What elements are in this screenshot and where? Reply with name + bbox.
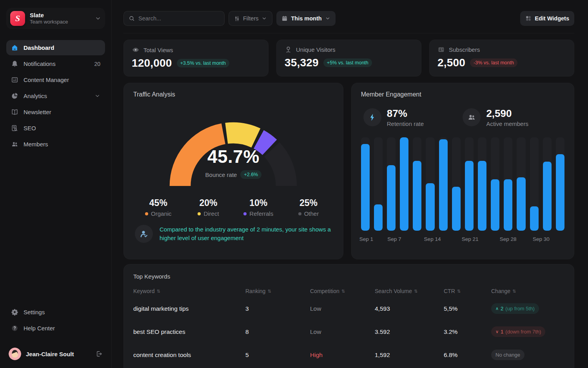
stat-card-header: Total Views xyxy=(132,46,260,54)
stat-card-subscribers: Subscribers2,500-3% vs. last month xyxy=(429,40,574,77)
legend-text: Organic xyxy=(151,210,172,217)
cell-search-volume: 1,592 xyxy=(375,352,444,359)
sidebar-item-label: Content Manager xyxy=(24,77,100,83)
bar xyxy=(530,206,539,231)
edit-widgets-button[interactable]: Edit Widgets xyxy=(520,11,574,26)
retention-label: Retention rate xyxy=(387,120,424,127)
sidebar-item-dashboard[interactable]: Dashboard xyxy=(6,40,105,55)
column-header-change[interactable]: Change⇅ xyxy=(491,288,564,294)
sidebar-item-content-manager[interactable]: Content Manager xyxy=(6,72,105,87)
x-axis-label: Sep 1 xyxy=(359,236,373,242)
sidebar-item-members[interactable]: Members xyxy=(6,137,105,152)
user-row[interactable]: Jean-Claire Soult xyxy=(6,344,105,361)
legend-dot xyxy=(243,212,247,215)
sidebar-item-label: Dashboard xyxy=(24,44,100,51)
retention-stat: 87% Retention rate xyxy=(363,107,463,127)
column-header-label: Ranking xyxy=(245,288,265,294)
column-header-label: Search Volume xyxy=(375,288,412,294)
legend-dot xyxy=(198,212,201,215)
change-badge: ∨1(down from 7th) xyxy=(491,326,545,337)
column-header-label: Keyword xyxy=(133,288,154,294)
filters-button[interactable]: Filters xyxy=(229,11,272,26)
sidebar-item-label: Notifications xyxy=(24,60,89,67)
sidebar-item-analytics[interactable]: Analytics xyxy=(6,88,105,104)
sort-icon: ⇅ xyxy=(156,289,160,293)
column-header-ctr[interactable]: CTR⇅ xyxy=(444,288,491,294)
cell-keyword: digital marketing tips xyxy=(133,305,245,312)
stat-card-body: 35,329+5% vs. last month xyxy=(285,56,413,69)
legend-dot xyxy=(145,212,148,215)
table-row: digital marketing tips3Low4,5935,5%∧2(up… xyxy=(133,297,564,320)
keywords-table-body: digital marketing tips3Low4,5935,5%∧2(up… xyxy=(133,297,564,366)
bar xyxy=(556,154,564,231)
keywords-title: Top Keywords xyxy=(133,273,564,280)
stat-card-header: Subscribers xyxy=(437,46,566,53)
cards-row: Traffic Analysis 45.7% Bounce rate +2.6%… xyxy=(123,83,574,259)
stat-delta-badge: -3% vs. last month xyxy=(470,58,517,67)
search-box[interactable] xyxy=(123,11,225,26)
column-header-competition[interactable]: Competition⇅ xyxy=(310,288,375,294)
chevron-down-icon xyxy=(325,16,330,21)
eye-sparkle-icon xyxy=(132,46,140,54)
stat-value: 2,500 xyxy=(437,56,465,69)
sidebar-item-settings[interactable]: Settings xyxy=(6,304,105,320)
legend-label: Referrals xyxy=(243,210,273,217)
sidebar-item-seo[interactable]: SEO xyxy=(6,120,105,136)
stat-label: Unique Visitors xyxy=(296,46,336,53)
x-axis-label: Sep 30 xyxy=(533,236,550,242)
cell-competition: Low xyxy=(310,305,375,312)
edit-widgets-label: Edit Widgets xyxy=(535,15,569,22)
traffic-legend: 45%Organic20%Direct10%Referrals25%Other xyxy=(133,198,334,217)
sidebar-item-label: Newsletter xyxy=(24,109,100,115)
bar-track xyxy=(556,137,564,231)
slate-logo: S xyxy=(10,11,25,26)
search-input[interactable] xyxy=(138,15,220,22)
cell-ranking: 5 xyxy=(245,352,310,359)
table-row: best SEO practices8Low3.5923.2%∨1(down f… xyxy=(133,320,564,343)
sidebar: S Slate Team workspace DashboardNotifica… xyxy=(0,0,112,368)
legend-text: Other xyxy=(304,210,319,217)
stat-delta-badge: +5% vs. last month xyxy=(323,58,372,67)
traffic-gauge-chart: 45.7% Bounce rate +2.6% xyxy=(133,100,334,193)
bar xyxy=(439,139,448,231)
workspace-name: Slate xyxy=(30,12,90,19)
cell-search-volume: 4,593 xyxy=(375,305,444,312)
stat-card-unique-visitors: Unique Visitors35,329+5% vs. last month xyxy=(276,40,421,77)
gear-icon xyxy=(11,308,18,316)
sort-icon: ⇅ xyxy=(341,289,345,293)
arrow-down-icon: ∨ xyxy=(495,329,499,334)
sidebar-item-help-center[interactable]: Help Center xyxy=(6,321,105,336)
traffic-title: Traffic Analysis xyxy=(133,91,334,98)
logout-icon[interactable] xyxy=(96,350,103,357)
bar-track xyxy=(413,137,421,231)
table-row: content creation tools5High1,5926.8%No c… xyxy=(133,343,564,366)
avatar xyxy=(9,348,21,360)
stat-label: Total Views xyxy=(143,47,173,53)
bar xyxy=(491,179,499,231)
search-icon xyxy=(129,15,135,22)
cell-ranking: 8 xyxy=(245,328,310,335)
sidebar-item-label: SEO xyxy=(24,125,100,131)
column-header-keyword[interactable]: Keyword⇅ xyxy=(133,288,245,294)
members-icon xyxy=(11,140,18,148)
bar xyxy=(504,179,512,231)
column-header-label: CTR xyxy=(444,288,455,294)
engagement-x-axis: Sep 1Sep 7Sep 14Sep 21Sep 28Sep 30 xyxy=(361,235,564,245)
change-note: (down from 7th) xyxy=(505,329,541,335)
bar xyxy=(478,161,486,231)
sidebar-item-newsletter[interactable]: Newsletter xyxy=(6,104,105,120)
bell-icon xyxy=(11,60,18,67)
workspace-switcher[interactable]: S Slate Team workspace xyxy=(6,8,105,29)
period-selector[interactable]: This month xyxy=(276,11,335,26)
cell-ctr: 6.8% xyxy=(444,352,491,359)
legend-pct: 45% xyxy=(133,198,183,208)
column-header-ranking[interactable]: Ranking⇅ xyxy=(245,288,310,294)
cell-change: No change xyxy=(491,350,564,360)
column-header-search-volume[interactable]: Search Volume⇅ xyxy=(375,288,444,294)
stat-card-total-views: Total Views120,000+3.5% vs. last month xyxy=(123,40,269,77)
sort-icon: ⇅ xyxy=(512,289,516,293)
stat-delta-badge: +3.5% vs. last month xyxy=(177,59,229,67)
sidebar-item-notifications[interactable]: Notifications20 xyxy=(6,56,105,71)
top-bar: Filters This month Edit Widgets xyxy=(123,0,574,33)
bar-track xyxy=(374,137,383,231)
